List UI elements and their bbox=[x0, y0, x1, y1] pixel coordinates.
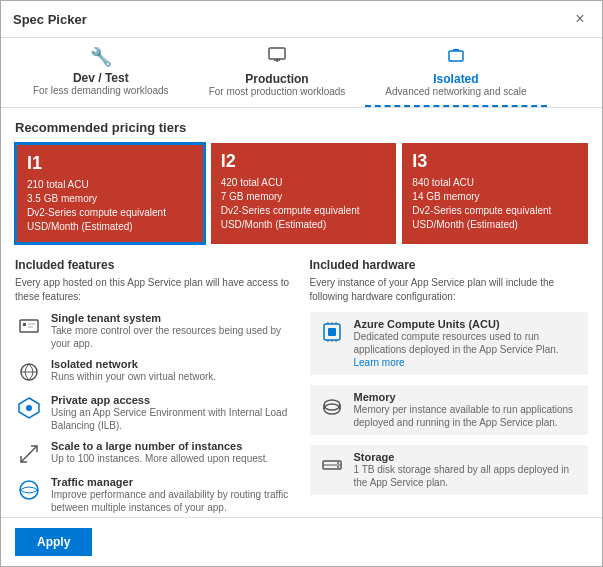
tier-I3-info: 840 total ACU 14 GB memory Dv2-Series co… bbox=[412, 176, 578, 232]
feature-isolated-network: Isolated network Runs within your own vi… bbox=[15, 358, 294, 386]
hardware-storage-desc: 1 TB disk storage shared by all apps dep… bbox=[354, 463, 581, 489]
hardware-acu-desc: Dedicated compute resources used to run … bbox=[354, 330, 581, 369]
hardware-memory: Memory Memory per instance available to … bbox=[310, 385, 589, 435]
feature-scale-text: Scale to a large number of instances Up … bbox=[51, 440, 268, 465]
svg-point-29 bbox=[337, 466, 339, 468]
features-description: Every app hosted on this App Service pla… bbox=[15, 276, 294, 304]
spec-picker-window: Spec Picker × 🔧 Dev / Test For less dema… bbox=[0, 0, 603, 567]
svg-rect-15 bbox=[328, 328, 336, 336]
tab-dev-test-title: Dev / Test bbox=[73, 71, 129, 85]
traffic-manager-icon bbox=[15, 476, 43, 504]
tier-I2-info: 420 total ACU 7 GB memory Dv2-Series com… bbox=[221, 176, 387, 232]
feature-single-tenant: Single tenant system Take more control o… bbox=[15, 312, 294, 350]
svg-point-11 bbox=[26, 405, 32, 411]
svg-line-12 bbox=[21, 446, 37, 462]
features-column: Included features Every app hosted on th… bbox=[15, 258, 294, 517]
tab-dev-test-subtitle: For less demanding workloads bbox=[33, 85, 169, 96]
tier-I2-label: I2 bbox=[221, 151, 387, 172]
hardware-storage: Storage 1 TB disk storage shared by all … bbox=[310, 445, 589, 495]
feature-traffic-manager-title: Traffic manager bbox=[51, 476, 294, 488]
feature-scale: Scale to a large number of instances Up … bbox=[15, 440, 294, 468]
hardware-acu: Azure Compute Units (ACU) Dedicated comp… bbox=[310, 312, 589, 375]
feature-private-access-text: Private app access Using an App Service … bbox=[51, 394, 294, 432]
tab-isolated-title: Isolated bbox=[433, 72, 478, 86]
svg-point-13 bbox=[20, 481, 38, 499]
tab-production[interactable]: Production For most production workloads bbox=[189, 38, 366, 107]
feature-private-access-desc: Using an App Service Environment with In… bbox=[51, 406, 294, 432]
tier-I1-label: I1 bbox=[27, 153, 193, 174]
feature-private-access: Private app access Using an App Service … bbox=[15, 394, 294, 432]
feature-traffic-manager-text: Traffic manager Improve performance and … bbox=[51, 476, 294, 514]
hardware-acu-title: Azure Compute Units (ACU) bbox=[354, 318, 581, 330]
hardware-storage-text: Storage 1 TB disk storage shared by all … bbox=[354, 451, 581, 489]
feature-scale-title: Scale to a large number of instances bbox=[51, 440, 268, 452]
acu-icon bbox=[318, 318, 346, 346]
scale-icon bbox=[15, 440, 43, 468]
feature-single-tenant-text: Single tenant system Take more control o… bbox=[51, 312, 294, 350]
hardware-memory-title: Memory bbox=[354, 391, 581, 403]
features-title: Included features bbox=[15, 258, 294, 272]
tab-isolated[interactable]: Isolated Advanced networking and scale bbox=[365, 38, 546, 107]
two-column-section: Included features Every app hosted on th… bbox=[15, 258, 588, 517]
single-tenant-icon bbox=[15, 312, 43, 340]
production-icon bbox=[267, 46, 287, 69]
hardware-title: Included hardware bbox=[310, 258, 589, 272]
feature-isolated-network-title: Isolated network bbox=[51, 358, 216, 370]
svg-rect-3 bbox=[449, 51, 463, 61]
main-content: Recommended pricing tiers I1 210 total A… bbox=[1, 108, 602, 517]
hardware-column: Included hardware Every instance of your… bbox=[310, 258, 589, 517]
svg-rect-0 bbox=[269, 48, 285, 59]
feature-single-tenant-title: Single tenant system bbox=[51, 312, 294, 324]
private-access-icon bbox=[15, 394, 43, 422]
learn-more-link[interactable]: Learn more bbox=[354, 357, 405, 368]
close-button[interactable]: × bbox=[570, 9, 590, 29]
svg-rect-4 bbox=[20, 320, 38, 332]
tier-I1-info: 210 total ACU 3.5 GB memory Dv2-Series c… bbox=[27, 178, 193, 234]
hardware-storage-title: Storage bbox=[354, 451, 581, 463]
pricing-section-title: Recommended pricing tiers bbox=[15, 120, 588, 135]
feature-private-access-title: Private app access bbox=[51, 394, 294, 406]
memory-icon bbox=[318, 391, 346, 419]
hardware-memory-desc: Memory per instance available to run app… bbox=[354, 403, 581, 429]
window-title: Spec Picker bbox=[13, 12, 87, 27]
tab-isolated-subtitle: Advanced networking and scale bbox=[385, 86, 526, 97]
title-bar: Spec Picker × bbox=[1, 1, 602, 38]
tier-I3[interactable]: I3 840 total ACU 14 GB memory Dv2-Series… bbox=[402, 143, 588, 244]
tab-production-subtitle: For most production workloads bbox=[209, 86, 346, 97]
hardware-description: Every instance of your App Service plan … bbox=[310, 276, 589, 304]
pricing-tiers: I1 210 total ACU 3.5 GB memory Dv2-Serie… bbox=[15, 143, 588, 244]
hardware-acu-text: Azure Compute Units (ACU) Dedicated comp… bbox=[354, 318, 581, 369]
tab-production-title: Production bbox=[245, 72, 308, 86]
tier-I3-label: I3 bbox=[412, 151, 578, 172]
storage-icon bbox=[318, 451, 346, 479]
hardware-memory-text: Memory Memory per instance available to … bbox=[354, 391, 581, 429]
feature-scale-desc: Up to 100 instances. More allowed upon r… bbox=[51, 452, 268, 465]
feature-traffic-manager: Traffic manager Improve performance and … bbox=[15, 476, 294, 514]
feature-traffic-manager-desc: Improve performance and availability by … bbox=[51, 488, 294, 514]
feature-single-tenant-desc: Take more control over the resources bei… bbox=[51, 324, 294, 350]
isolated-icon bbox=[446, 46, 466, 69]
dev-test-icon: 🔧 bbox=[90, 46, 112, 68]
svg-rect-5 bbox=[23, 323, 26, 326]
apply-button[interactable]: Apply bbox=[15, 528, 92, 556]
tabs-row: 🔧 Dev / Test For less demanding workload… bbox=[1, 38, 602, 108]
feature-isolated-network-text: Isolated network Runs within your own vi… bbox=[51, 358, 216, 383]
isolated-network-icon bbox=[15, 358, 43, 386]
footer: Apply bbox=[1, 517, 602, 566]
feature-isolated-network-desc: Runs within your own virtual network. bbox=[51, 370, 216, 383]
tier-I1[interactable]: I1 210 total ACU 3.5 GB memory Dv2-Serie… bbox=[15, 143, 205, 244]
tier-I2[interactable]: I2 420 total ACU 7 GB memory Dv2-Series … bbox=[211, 143, 397, 244]
svg-point-28 bbox=[337, 462, 339, 464]
tab-dev-test[interactable]: 🔧 Dev / Test For less demanding workload… bbox=[13, 38, 189, 107]
